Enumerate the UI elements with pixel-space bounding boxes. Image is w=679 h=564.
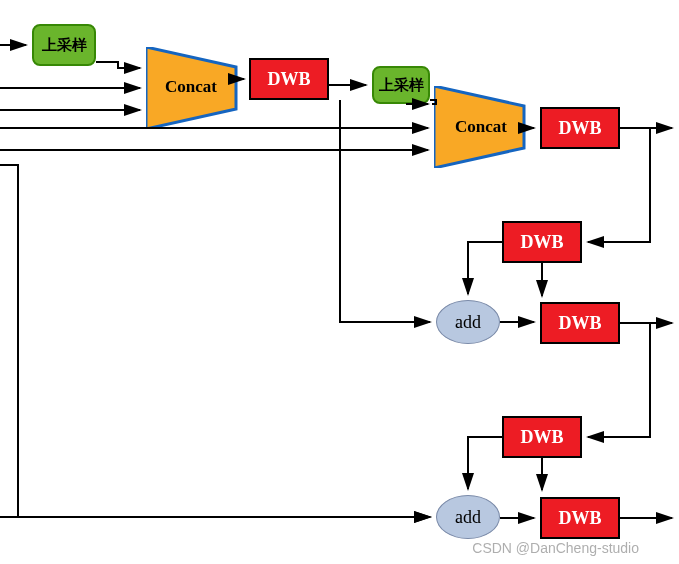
add-1: add [436, 300, 500, 344]
upsample-1: 上采样 [32, 24, 96, 66]
dwb-6: DWB [540, 497, 620, 539]
dwb-3: DWB [502, 221, 582, 263]
dwb-4: DWB [540, 302, 620, 344]
add-2: add [436, 495, 500, 539]
dwb-5: DWB [502, 416, 582, 458]
flow-arrows [0, 0, 679, 564]
dwb-1: DWB [249, 58, 329, 100]
watermark: CSDN @DanCheng-studio [472, 540, 639, 556]
upsample-2: 上采样 [372, 66, 430, 104]
concat-label-1: Concat [156, 72, 226, 102]
concat-label-2: Concat [446, 112, 516, 142]
dwb-2: DWB [540, 107, 620, 149]
